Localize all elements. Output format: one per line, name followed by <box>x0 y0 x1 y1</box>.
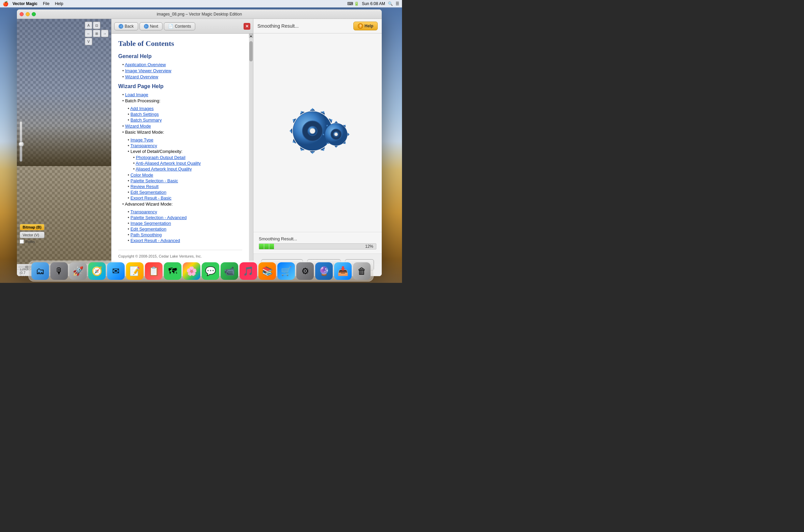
dock-vector-magic[interactable]: 🔮 <box>315 262 333 280</box>
link-export-result-advanced[interactable]: Export Result - Advanced <box>130 238 180 243</box>
contents-button[interactable]: 📄 Contents <box>164 22 195 31</box>
svg-marker-22 <box>323 133 325 136</box>
dock-messages[interactable]: 💬 <box>202 262 219 280</box>
menubar-app-name[interactable]: Vector Magic <box>13 1 37 6</box>
window-title: images_08.png – Vector Magic Desktop Edi… <box>17 12 382 17</box>
minimize-button[interactable] <box>26 12 30 16</box>
link-aliased[interactable]: Aliased Artwork Input Quality <box>135 166 191 171</box>
back-button[interactable]: ◁ Back <box>114 22 138 31</box>
vertical-scrollbar[interactable]: ▲ ▼ <box>249 34 253 276</box>
pan-down-button[interactable]: V <box>85 38 92 45</box>
dock-facetime[interactable]: 📹 <box>221 262 238 280</box>
close-nav-button[interactable]: ✕ <box>243 23 250 30</box>
close-button[interactable] <box>20 12 24 16</box>
batch-processing-label: Batch Processing: <box>125 98 161 103</box>
contents-icon: 📄 <box>168 24 173 29</box>
zoom-area <box>20 121 22 162</box>
tool-row-2: ← ⊞ → <box>85 30 108 37</box>
link-image-type[interactable]: Image Type <box>130 137 153 142</box>
link-load-image[interactable]: Load Image <box>125 92 148 97</box>
select-tool-button[interactable]: ⊡ <box>93 22 100 29</box>
menubar-search-icon[interactable]: 🔍 <box>388 1 393 6</box>
menubar-help[interactable]: Help <box>55 1 63 6</box>
link-palette-selection-advanced[interactable]: Palette Selection - Advanced <box>130 215 186 220</box>
dock-mail[interactable]: ✉ <box>107 262 125 280</box>
link-batch-summary[interactable]: Batch Summary <box>130 117 162 122</box>
next-button[interactable]: ▷ Next <box>140 22 163 31</box>
link-batch-settings[interactable]: Batch Settings <box>130 112 159 117</box>
scroll-up-button[interactable]: ▲ <box>249 34 253 38</box>
general-help-title: General Help <box>118 53 242 59</box>
text-tool-button[interactable]: A <box>85 22 92 29</box>
bitmap-mode-button[interactable]: Bitmap (B) <box>20 224 44 231</box>
link-application-overview[interactable]: Application Overview <box>125 62 166 67</box>
general-help-links: Application Overview Image Viewer Overvi… <box>122 62 242 79</box>
dock-books[interactable]: 📚 <box>258 262 276 280</box>
grid-tool-button[interactable]: ⊞ <box>93 30 100 37</box>
link-transparency-basic[interactable]: Transparency <box>130 143 157 148</box>
zoom-thumb[interactable] <box>19 141 24 147</box>
help-button[interactable]: ? Help <box>353 22 378 31</box>
tool-row-1: A ⊡ <box>85 22 108 29</box>
menubar-file[interactable]: File <box>43 1 49 6</box>
progress-bar-container: 12% <box>259 243 376 249</box>
dock-siri[interactable]: 🎙 <box>50 262 68 280</box>
dock-finder[interactable]: 🗂 <box>32 262 49 280</box>
progress-segment-3 <box>269 244 274 249</box>
maximize-button[interactable] <box>32 12 36 16</box>
wizard-mode-links: Wizard Mode Basic Wizard Mode: <box>122 124 242 135</box>
paths-checkbox[interactable] <box>20 239 24 244</box>
progress-segment-1 <box>259 244 264 249</box>
svg-marker-9 <box>290 128 292 134</box>
back-label: Back <box>125 24 134 29</box>
dock-reminders[interactable]: 📋 <box>145 262 163 280</box>
progress-label: Smoothing Result... <box>259 236 376 241</box>
link-wizard-mode[interactable]: Wizard Mode <box>125 124 151 129</box>
link-photo-output[interactable]: Photograph Output Detail <box>136 155 185 160</box>
link-path-smoothing[interactable]: Path Smoothing <box>130 232 162 237</box>
help-page-title: Table of Contents <box>118 39 242 48</box>
next-icon: ▷ <box>144 24 149 29</box>
pan-left-button[interactable]: ← <box>85 30 92 37</box>
dock-appstore[interactable]: 🛒 <box>277 262 295 280</box>
content-area: Table of Contents General Help Applicati… <box>111 34 253 276</box>
pan-right-button[interactable]: → <box>101 30 108 37</box>
link-review-result[interactable]: Review Result <box>130 184 159 189</box>
menubar-time: Sun 6:08 AM <box>362 1 385 6</box>
link-image-segmentation[interactable]: Image Segmentation <box>130 221 171 226</box>
menubar: 🍎 Vector Magic File Help ⌨ 🔋 Sun 6:08 AM… <box>0 0 402 7</box>
contents-label: Contents <box>175 24 191 29</box>
svg-point-27 <box>334 133 338 136</box>
dock-downloads[interactable]: 📥 <box>334 262 352 280</box>
link-transparency-advanced[interactable]: Transparency <box>130 209 157 214</box>
dock-system-prefs[interactable]: ⚙ <box>296 262 314 280</box>
zoom-slider[interactable] <box>20 121 22 162</box>
help-button-label: Help <box>365 24 373 28</box>
right-panel: Smoothing Result... ? Help <box>253 19 382 276</box>
titlebar: images_08.png – Vector Magic Desktop Edi… <box>17 10 382 19</box>
link-wizard-overview[interactable]: Wizard Overview <box>125 74 158 79</box>
vector-mode-button[interactable]: Vector (V) <box>20 232 44 238</box>
scroll-thumb-v[interactable] <box>249 41 253 61</box>
advanced-wizard-section: Advanced Wizard Mode: <box>122 202 242 207</box>
dock-maps[interactable]: 🗺 <box>164 262 181 280</box>
link-export-result-basic[interactable]: Export Result - Basic <box>130 195 171 201</box>
link-anti-aliased[interactable]: Anti-Aliased Artwork Input Quality <box>135 161 201 166</box>
image-canvas: A ⊡ ← ⊞ → V <box>17 19 111 264</box>
dock-trash[interactable]: 🗑 <box>353 262 370 280</box>
dock-safari[interactable]: 🧭 <box>88 262 106 280</box>
apple-menu-icon[interactable]: 🍎 <box>3 1 8 6</box>
link-color-mode[interactable]: Color Mode <box>130 172 153 177</box>
link-palette-selection-basic[interactable]: Palette Selection - Basic <box>130 178 178 183</box>
link-edit-segmentation-basic[interactable]: Edit Segmentation <box>130 190 166 195</box>
dock-photos[interactable]: 🌸 <box>183 262 200 280</box>
paths-checkbox-row: Paths <box>20 239 44 244</box>
dock-launchpad[interactable]: 🚀 <box>69 262 87 280</box>
menubar-control-icon[interactable]: ☰ <box>396 1 399 6</box>
dock-notes[interactable]: 📝 <box>126 262 144 280</box>
dock-music[interactable]: 🎵 <box>239 262 257 280</box>
link-edit-segmentation-advanced[interactable]: Edit Segmentation <box>130 227 166 232</box>
link-add-images[interactable]: Add Images <box>130 106 153 111</box>
next-label: Next <box>150 24 159 29</box>
link-image-viewer-overview[interactable]: Image Viewer Overview <box>125 68 171 73</box>
